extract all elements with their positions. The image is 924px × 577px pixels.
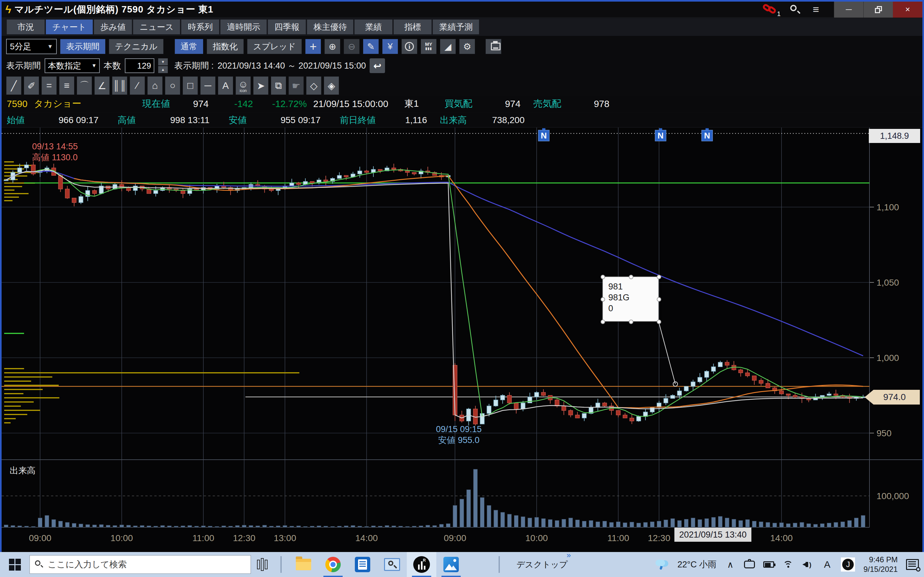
wrench-icon[interactable]: ⚙: [459, 39, 475, 54]
bar-count-input[interactable]: [125, 58, 154, 73]
selection-handle[interactable]: [657, 319, 661, 324]
spread-mode-button[interactable]: スプレッド: [247, 39, 302, 54]
technical-button[interactable]: テクニカル: [109, 39, 164, 54]
icon-stamp-tool[interactable]: ☺icon: [236, 76, 251, 95]
tab-timeseries[interactable]: 時系列: [181, 19, 219, 34]
svg-text:12:30: 12:30: [648, 533, 670, 543]
taskbar-clock[interactable]: 9:46 PM 9/15/2021: [863, 555, 898, 574]
arc-tool[interactable]: ⌒: [77, 76, 92, 95]
tab-indicators[interactable]: 指標: [394, 19, 431, 34]
taskbar-document-app[interactable]: [348, 552, 377, 577]
tab-forecast[interactable]: 業績予測: [433, 19, 479, 34]
screen-magnifier-icon: [384, 558, 400, 571]
zoom-in-icon[interactable]: ⊕: [325, 39, 341, 54]
taskbar-trading-app[interactable]: R: [407, 552, 436, 577]
tab-shikiho[interactable]: 四季報: [268, 19, 306, 34]
count-spinner[interactable]: ▼▲: [158, 58, 168, 73]
pencil-line-tool[interactable]: ✐: [24, 76, 39, 95]
pentagon-tool[interactable]: ⌂: [147, 76, 163, 95]
pointer-tool[interactable]: ➤: [253, 76, 268, 95]
indexed-mode-button[interactable]: 指数化: [207, 39, 244, 54]
open-label: 始値: [3, 114, 28, 126]
start-button[interactable]: [0, 552, 29, 577]
ellipse-tool[interactable]: ○: [165, 76, 180, 95]
yen-icon[interactable]: ¥: [382, 39, 398, 54]
price-volume-chart[interactable]: 1,1001,0501,00095009:0010:0011:0012:3013…: [2, 127, 922, 552]
selection-handle[interactable]: [629, 275, 633, 279]
axis-top-price-label: 1,148.9: [869, 129, 920, 143]
minimize-button[interactable]: ─: [834, 2, 863, 18]
tab-market[interactable]: 市況: [7, 19, 45, 34]
printer-icon[interactable]: [485, 39, 501, 54]
chevron-expand-icon[interactable]: »: [567, 551, 571, 560]
zoom-out-icon[interactable]: ⊖: [344, 39, 360, 54]
tab-disclosure[interactable]: 適時開示: [220, 19, 267, 34]
meet-now-icon[interactable]: [744, 561, 755, 568]
selection-handle[interactable]: [657, 275, 661, 279]
menu-icon[interactable]: ≡: [813, 3, 819, 16]
area-chart-icon[interactable]: ◢: [440, 39, 456, 54]
desktop-toolbar[interactable]: » デスクトップ: [508, 559, 568, 570]
trend-line-tool[interactable]: ╱: [6, 76, 21, 95]
fan-line-tool[interactable]: ∠: [94, 76, 110, 95]
pencil-icon[interactable]: ✎: [363, 39, 379, 54]
hand-tool[interactable]: ☛: [288, 76, 304, 95]
high-value: 998 13:11: [139, 115, 213, 125]
svg-text:11:00: 11:00: [192, 533, 214, 543]
speaker-icon[interactable]: ): [803, 560, 813, 569]
volume-value: 738,200: [470, 115, 528, 125]
battery-icon[interactable]: [763, 561, 774, 568]
three-horizontal-lines-tool[interactable]: ≡: [59, 76, 74, 95]
task-view-button[interactable]: [251, 552, 273, 577]
taskbar-magnifier-app[interactable]: [377, 552, 407, 577]
crosshair-icon[interactable]: +: [305, 39, 321, 54]
tray-chevron-icon[interactable]: ∧: [725, 559, 736, 570]
erase-all-tool[interactable]: ◈: [324, 76, 339, 95]
wifi-icon[interactable]: [782, 560, 794, 569]
notification-center-icon[interactable]: [906, 559, 919, 570]
search-icon[interactable]: [790, 5, 800, 15]
selection-handle[interactable]: [601, 275, 605, 279]
taskbar-photos[interactable]: [436, 552, 466, 577]
taskbar-file-explorer[interactable]: [289, 552, 318, 577]
copy-tool[interactable]: ⧉: [271, 76, 286, 95]
restore-button[interactable]: [863, 2, 893, 18]
info-icon[interactable]: i: [401, 39, 417, 54]
normal-mode-button[interactable]: 通常: [174, 39, 204, 54]
eraser-tool[interactable]: ◇: [306, 76, 321, 95]
angle-line-tool[interactable]: ∕: [129, 76, 145, 95]
selection-handle[interactable]: [601, 297, 605, 301]
weather-text[interactable]: 22°C 小雨: [677, 559, 716, 570]
range-label: 表示期間 :: [174, 60, 214, 71]
close-button[interactable]: ×: [893, 2, 922, 18]
refresh-button[interactable]: ↩: [370, 58, 385, 73]
taskbar-separator: [280, 556, 282, 573]
display-period-button[interactable]: 表示期間: [60, 39, 105, 54]
selection-handle[interactable]: [629, 319, 633, 324]
selection-handle[interactable]: [601, 319, 605, 324]
vertical-lines-tool[interactable]: ║║: [112, 76, 128, 95]
photos-icon: [443, 557, 459, 572]
tab-chart[interactable]: チャート: [46, 19, 93, 34]
taskbar-chrome[interactable]: [318, 552, 348, 577]
two-horizontal-lines-tool[interactable]: =: [41, 76, 57, 95]
tab-ticks[interactable]: 歩み値: [94, 19, 132, 34]
weather-rain-icon[interactable]: [655, 559, 669, 570]
taskbar-search-input[interactable]: ここに入力して検索: [29, 555, 251, 574]
ime-j-icon[interactable]: J: [841, 558, 855, 572]
link-group-icon[interactable]: 1: [762, 4, 779, 15]
svg-text:10:00: 10:00: [110, 533, 133, 543]
tab-benefit[interactable]: 株主優待: [307, 19, 353, 34]
text-tool[interactable]: A: [218, 76, 233, 95]
interval-select[interactable]: 5分足▼: [6, 39, 57, 54]
rectangle-tool[interactable]: □: [183, 76, 198, 95]
tab-news[interactable]: ニュース: [133, 19, 180, 34]
chart-area[interactable]: 1,1001,0501,00095009:0010:0011:0012:3013…: [2, 127, 922, 552]
price-callout-note[interactable]: 981 981G 0: [603, 277, 659, 322]
tab-earnings[interactable]: 業績: [355, 19, 393, 34]
horizontal-segment-tool[interactable]: ─: [200, 76, 216, 95]
selection-handle[interactable]: [657, 297, 661, 301]
period-mode-select[interactable]: 本数指定▼: [45, 58, 100, 73]
my-indicator-icon[interactable]: MY▮▮▮: [421, 39, 437, 54]
ime-mode-indicator[interactable]: A: [822, 559, 833, 570]
